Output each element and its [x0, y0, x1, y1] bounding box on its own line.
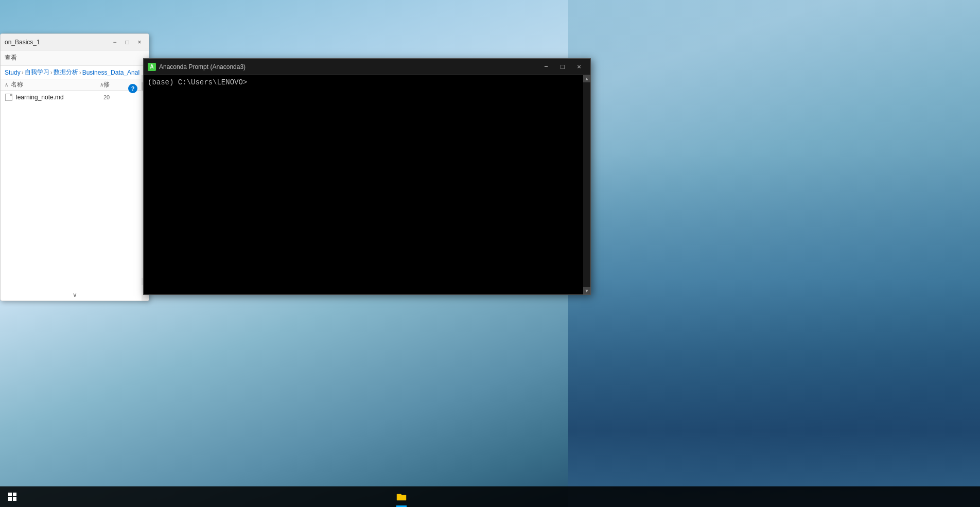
anaconda-maximize-button[interactable]: □	[555, 61, 570, 73]
svg-rect-0	[8, 493, 12, 496]
anaconda-icon-label: A	[150, 64, 153, 69]
start-button[interactable]	[0, 486, 25, 507]
breadcrumb-sep-2: ›	[50, 69, 52, 76]
scrollbar-down[interactable]: ▼	[583, 287, 590, 294]
anaconda-terminal[interactable]: (base) C:\Users\LENOVO>	[144, 75, 590, 294]
breadcrumb: Study › 自我学习 › 数据分析 › Business_Data_Anal	[1, 66, 149, 79]
anaconda-app-icon: A	[148, 63, 156, 71]
minimize-button[interactable]: −	[110, 37, 120, 47]
help-icon[interactable]: ?	[128, 84, 137, 93]
close-button[interactable]: ×	[134, 37, 145, 47]
anaconda-prompt-window: A Anaconda Prompt (Anaconda3) − □ × (bas…	[143, 58, 591, 295]
file-list: learning_note.md 20	[1, 91, 149, 301]
file-explorer-titlebar: on_Basics_1 − □ ×	[1, 34, 149, 50]
anaconda-minimize-button[interactable]: −	[539, 61, 553, 73]
breadcrumb-data-analysis[interactable]: 数据分析	[54, 68, 78, 77]
anaconda-scrollbar: ▲ ▼	[583, 75, 590, 294]
maximize-button[interactable]: □	[122, 37, 132, 47]
breadcrumb-business[interactable]: Business_Data_Anal	[82, 69, 139, 76]
breadcrumb-sep-3: ›	[79, 69, 81, 76]
anaconda-title-text: Anaconda Prompt (Anaconda3)	[159, 63, 246, 71]
breadcrumb-study[interactable]: Study	[5, 69, 21, 76]
anaconda-close-button[interactable]: ×	[572, 61, 586, 73]
file-explorer-window: on_Basics_1 − □ × 查看 ? Study › 自我学习 › 数据…	[0, 33, 149, 301]
scrollbar-track[interactable]	[583, 82, 590, 287]
scrollbar-up[interactable]: ▲	[583, 75, 590, 82]
desktop-scenery	[568, 0, 980, 507]
column-expand-arrow: ∧	[5, 82, 11, 88]
anaconda-titlebar-buttons: − □ ×	[539, 61, 586, 73]
svg-rect-2	[8, 497, 12, 501]
taskbar-file-explorer-icon[interactable]	[391, 486, 412, 507]
file-name: learning_note.md	[16, 94, 103, 101]
toolbar-view[interactable]: 查看	[5, 54, 17, 62]
breadcrumb-self-study[interactable]: 自我学习	[25, 68, 49, 77]
file-date: 20	[103, 94, 145, 100]
terminal-prompt-line: (base) C:\Users\LENOVO>	[148, 78, 586, 86]
column-name-header[interactable]: 名称	[11, 80, 100, 89]
svg-rect-3	[13, 497, 16, 501]
file-explorer-toolbar: 查看 ?	[1, 50, 149, 66]
titlebar-buttons: − □ ×	[110, 37, 145, 47]
svg-rect-1	[13, 493, 16, 496]
breadcrumb-sep-1: ›	[22, 69, 24, 76]
column-header: ∧ 名称 ∧ 修	[1, 79, 149, 91]
sort-arrow[interactable]: ∧	[100, 82, 103, 88]
file-item[interactable]: learning_note.md 20	[1, 92, 149, 103]
anaconda-titlebar: A Anaconda Prompt (Anaconda3) − □ ×	[144, 59, 590, 75]
anaconda-title-left: A Anaconda Prompt (Anaconda3)	[148, 63, 246, 71]
fe-bottom-arrow: ∨	[71, 289, 79, 301]
taskbar	[0, 486, 980, 507]
file-icon-md	[5, 93, 13, 101]
file-explorer-title: on_Basics_1	[5, 39, 40, 46]
column-date-header[interactable]: 修	[103, 80, 145, 89]
